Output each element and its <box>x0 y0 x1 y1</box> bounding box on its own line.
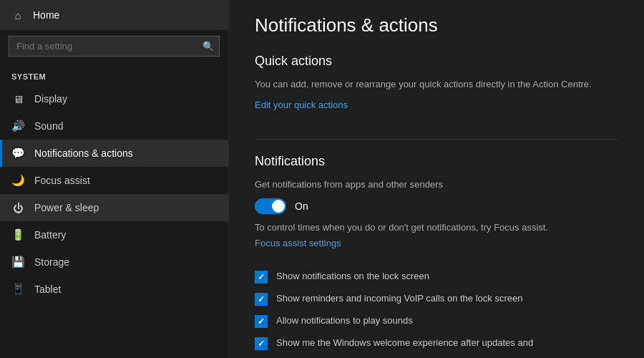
search-wrapper: 🔍 <box>9 36 220 57</box>
toggle-state-label: On <box>295 200 308 212</box>
sound-icon: 🔊 <box>11 120 24 132</box>
sidebar-item-storage[interactable]: 💾 Storage <box>0 248 228 276</box>
checkbox-lock-screen[interactable]: ✓ <box>255 271 268 284</box>
checkbox-label-3: Show me the Windows welcome experience a… <box>276 337 533 349</box>
sidebar: ⌂ Home 🔍 System 🖥 Display 🔊 Sound 💬 Noti… <box>0 0 229 358</box>
sidebar-item-label: Power & sleep <box>34 202 99 213</box>
checkmark-icon: ✓ <box>258 316 265 326</box>
page-title: Notifications & actions <box>255 14 618 37</box>
notifications-toggle-description: Get notifications from apps and other se… <box>255 178 618 192</box>
notifications-icon: 💬 <box>11 147 24 160</box>
sidebar-item-label: Display <box>34 93 67 105</box>
checkbox-row-3: ✓ Show me the Windows welcome experience… <box>255 337 618 350</box>
checkbox-label-1: Show reminders and incoming VoIP calls o… <box>276 292 522 305</box>
checkbox-sounds[interactable]: ✓ <box>255 315 268 328</box>
checkbox-label-0: Show notifications on the lock screen <box>276 270 429 283</box>
main-content: Notifications & actions Quick actions Yo… <box>229 0 644 358</box>
home-button[interactable]: ⌂ Home <box>0 0 228 30</box>
checkbox-label-2: Allow notifications to play sounds <box>276 314 413 327</box>
sidebar-item-label: Battery <box>34 229 66 241</box>
sidebar-item-label: Focus assist <box>34 175 90 186</box>
quick-actions-section: Quick actions You can add, remove or rea… <box>255 54 618 125</box>
home-icon: ⌂ <box>11 9 24 21</box>
focus-icon: 🌙 <box>11 174 24 187</box>
search-input[interactable] <box>9 36 220 57</box>
control-note: To control times when you do or don't ge… <box>255 221 618 234</box>
checkbox-row-1: ✓ Show reminders and incoming VoIP calls… <box>255 292 618 306</box>
sidebar-item-focus[interactable]: 🌙 Focus assist <box>0 167 228 194</box>
sidebar-item-power[interactable]: ⏻ Power & sleep <box>0 194 228 221</box>
checkbox-voip[interactable]: ✓ <box>255 293 268 306</box>
home-label: Home <box>33 9 59 21</box>
notifications-toggle[interactable] <box>255 198 286 214</box>
sidebar-item-label: Tablet <box>34 284 61 295</box>
edit-quick-actions-link[interactable]: Edit your quick actions <box>255 100 348 110</box>
storage-icon: 💾 <box>11 256 24 268</box>
battery-icon: 🔋 <box>11 228 24 241</box>
quick-actions-description: You can add, remove or rearrange your qu… <box>255 77 618 92</box>
sidebar-item-battery[interactable]: 🔋 Battery <box>0 221 228 248</box>
sidebar-item-tablet[interactable]: 📱 Tablet <box>0 276 228 303</box>
notifications-section: Notifications Get notifications from app… <box>255 154 618 351</box>
system-section-label: System <box>0 65 228 85</box>
checkmark-icon: ✓ <box>258 294 265 304</box>
section-divider <box>255 139 618 140</box>
checkbox-row-2: ✓ Allow notifications to play sounds <box>255 314 618 328</box>
quick-actions-title: Quick actions <box>255 54 618 69</box>
sidebar-item-label: Sound <box>34 120 63 132</box>
power-icon: ⏻ <box>11 201 24 214</box>
sidebar-item-notifications[interactable]: 💬 Notifications & actions <box>0 140 228 167</box>
display-icon: 🖥 <box>11 92 24 105</box>
checkboxes-container: ✓ Show notifications on the lock screen … <box>255 270 618 350</box>
checkmark-icon: ✓ <box>258 272 265 282</box>
sidebar-item-sound[interactable]: 🔊 Sound <box>0 112 228 140</box>
tablet-icon: 📱 <box>11 283 24 296</box>
checkbox-welcome[interactable]: ✓ <box>255 337 268 350</box>
notifications-toggle-row: On <box>255 198 618 214</box>
sidebar-item-display[interactable]: 🖥 Display <box>0 85 228 112</box>
focus-assist-settings-link[interactable]: Focus assist settings <box>255 238 341 248</box>
checkbox-row-0: ✓ Show notifications on the lock screen <box>255 270 618 284</box>
notifications-title: Notifications <box>255 154 618 169</box>
checkmark-icon: ✓ <box>258 339 265 349</box>
sidebar-item-label: Storage <box>34 256 69 268</box>
toggle-knob <box>272 200 285 213</box>
sidebar-item-label: Notifications & actions <box>34 147 133 159</box>
search-container: 🔍 <box>0 30 228 62</box>
